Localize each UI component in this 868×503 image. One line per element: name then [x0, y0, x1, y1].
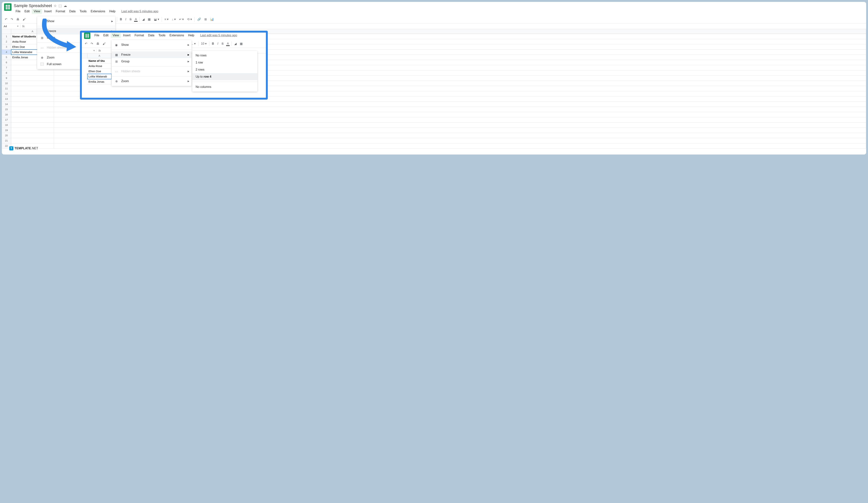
borders-icon[interactable]: ▦: [147, 17, 151, 22]
last-edit-link[interactable]: Last edit was 5 minutes ago: [122, 10, 158, 13]
menu-data[interactable]: Data: [146, 33, 156, 38]
menu-insert[interactable]: Insert: [121, 33, 132, 38]
view-freeze[interactable]: ▦ Freeze ▶: [112, 51, 192, 58]
freeze-up-to-row[interactable]: Up to row 4: [192, 73, 257, 80]
fill-color-icon[interactable]: ◢: [142, 17, 145, 22]
row-header[interactable]: 2: [2, 39, 11, 44]
cell[interactable]: [11, 122, 54, 128]
paint-format-icon[interactable]: 🖌: [22, 17, 27, 22]
view-show[interactable]: ◉ Show ▶: [112, 41, 192, 48]
row-header[interactable]: 8: [2, 70, 11, 76]
chart-icon[interactable]: 📊: [209, 17, 215, 22]
sheets-logo[interactable]: [84, 32, 90, 39]
undo-icon[interactable]: ↶: [84, 41, 88, 46]
row-header[interactable]: 4: [2, 50, 11, 55]
row-header[interactable]: 10: [2, 81, 11, 86]
last-edit-link[interactable]: Last edit was 5 minutes ago: [200, 34, 237, 37]
strikethrough-icon[interactable]: S: [221, 41, 225, 46]
row-header[interactable]: 5: [2, 55, 11, 60]
menu-file[interactable]: File: [14, 9, 22, 14]
view-group[interactable]: ⊞ Group ▶: [112, 58, 192, 65]
cell[interactable]: [11, 133, 54, 138]
menu-edit[interactable]: Edit: [23, 9, 32, 14]
undo-icon[interactable]: ↶: [4, 17, 8, 22]
italic-icon[interactable]: I: [125, 17, 127, 22]
row-header[interactable]: 20: [2, 133, 11, 138]
cell[interactable]: Lolita Watanab: [87, 74, 112, 79]
cell[interactable]: [11, 70, 54, 76]
print-icon[interactable]: 🖶: [16, 17, 20, 22]
row-header[interactable]: 7: [2, 65, 11, 70]
row-header[interactable]: 15: [2, 107, 11, 112]
cell[interactable]: [54, 143, 866, 149]
row-header[interactable]: 1: [2, 34, 11, 39]
sheets-logo[interactable]: [4, 3, 11, 11]
row-header[interactable]: 13: [2, 97, 11, 102]
row-header[interactable]: 16: [2, 112, 11, 117]
cell[interactable]: [11, 76, 54, 81]
row-header[interactable]: 6: [2, 60, 11, 65]
v-align-icon[interactable]: ↓ ▾: [171, 17, 176, 22]
cell[interactable]: Emilia Jonas: [87, 79, 112, 84]
freeze-2-rows[interactable]: 2 rows: [192, 66, 257, 73]
redo-icon[interactable]: ↷: [90, 41, 94, 46]
wrap-icon[interactable]: ↵ ▾: [178, 17, 185, 22]
cell[interactable]: Anita Rose: [87, 63, 112, 69]
cell[interactable]: [54, 133, 866, 138]
comment-icon[interactable]: ⊞: [204, 17, 207, 22]
menu-file[interactable]: File: [93, 33, 101, 38]
font-size-dropdown[interactable]: 10 ▾: [200, 41, 207, 46]
cell[interactable]: [54, 128, 866, 133]
col-header-a[interactable]: A: [87, 53, 112, 58]
text-color-icon[interactable]: A: [226, 41, 230, 46]
redo-icon[interactable]: ↷: [10, 17, 14, 22]
cell[interactable]: [54, 112, 866, 117]
menu-data[interactable]: Data: [67, 9, 78, 14]
menu-tools[interactable]: Tools: [78, 9, 88, 14]
view-zoom[interactable]: ⊕ Zoom ▶: [112, 78, 192, 84]
paint-format-icon[interactable]: 🖌: [102, 41, 106, 46]
h-align-icon[interactable]: ≡ ▾: [164, 17, 169, 22]
row-header[interactable]: 14: [2, 102, 11, 107]
row-header[interactable]: 17: [2, 117, 11, 122]
cell[interactable]: Efren Doe: [87, 69, 112, 74]
cell[interactable]: [11, 107, 54, 112]
cell[interactable]: [54, 107, 866, 112]
rotate-icon[interactable]: ⟲ ▾: [186, 17, 193, 22]
menu-help[interactable]: Help: [107, 9, 117, 14]
menu-format[interactable]: Format: [133, 33, 146, 38]
doc-title[interactable]: Sample Spreadsheet: [14, 3, 52, 8]
menu-format[interactable]: Format: [54, 9, 67, 14]
menu-help[interactable]: Help: [186, 33, 196, 38]
freeze-1-row[interactable]: 1 row: [192, 59, 257, 66]
merge-cells-icon[interactable]: ⬓ ▾: [153, 17, 160, 22]
freeze-no-columns[interactable]: No columns: [192, 83, 257, 90]
cell[interactable]: [11, 86, 54, 91]
menu-view[interactable]: View: [111, 33, 121, 38]
view-show[interactable]: Show ▶: [37, 18, 115, 24]
select-all-corner[interactable]: [82, 53, 87, 58]
cell[interactable]: [11, 117, 54, 122]
strikethrough-icon[interactable]: S: [129, 17, 132, 22]
row-header[interactable]: 3: [2, 44, 11, 50]
print-icon[interactable]: 🖶: [95, 41, 100, 46]
menu-insert[interactable]: Insert: [42, 9, 53, 14]
name-box[interactable]: ▾: [82, 49, 97, 52]
menu-extensions[interactable]: Extensions: [168, 33, 186, 38]
bold-icon[interactable]: B: [119, 17, 123, 22]
menu-edit[interactable]: Edit: [102, 33, 111, 38]
cell[interactable]: [54, 102, 866, 107]
cell[interactable]: [11, 138, 54, 143]
star-icon[interactable]: ☆: [54, 4, 57, 8]
select-all-corner[interactable]: [2, 29, 11, 34]
link-icon[interactable]: 🔗: [197, 17, 202, 22]
cell[interactable]: [11, 102, 54, 107]
menu-tools[interactable]: Tools: [157, 33, 167, 38]
row-header[interactable]: 11: [2, 86, 11, 91]
italic-icon[interactable]: I: [217, 41, 219, 46]
cell[interactable]: [11, 81, 54, 86]
freeze-no-rows[interactable]: No rows: [192, 52, 257, 59]
formula-input[interactable]: [27, 23, 866, 29]
fill-color-icon[interactable]: ◢: [234, 41, 237, 46]
row-header[interactable]: 12: [2, 91, 11, 97]
